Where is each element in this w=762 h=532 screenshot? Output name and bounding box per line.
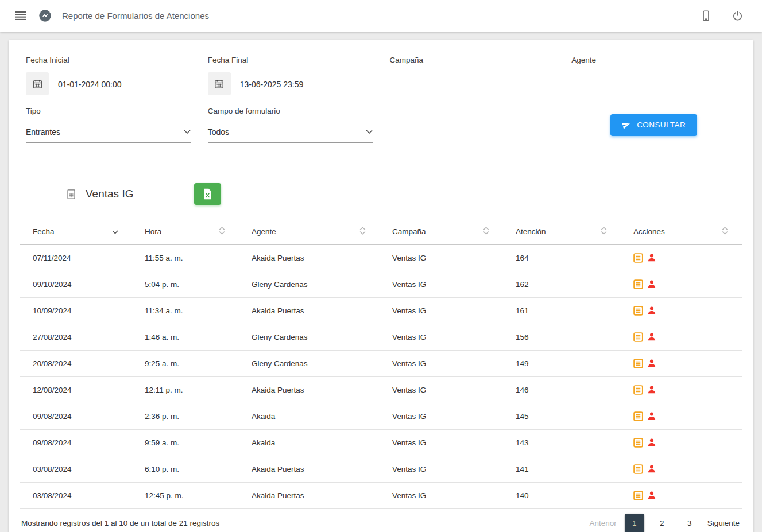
cell-hora: 9:25 a. m. (132, 350, 239, 376)
fecha-inicial-input[interactable] (58, 76, 191, 95)
sort-both-icon (219, 227, 225, 236)
cell-fecha: 09/08/2024 (20, 403, 132, 429)
tipo-label: Tipo (26, 107, 191, 117)
view-form-button[interactable] (633, 464, 643, 474)
campo-formulario-select[interactable]: Todos (208, 122, 373, 143)
report-header: Ventas IG (20, 182, 742, 205)
column-header-fecha[interactable]: Fecha (20, 219, 132, 244)
export-excel-button[interactable] (194, 183, 221, 205)
form-details-icon (633, 279, 643, 289)
cell-acciones (621, 297, 742, 324)
view-contact-button[interactable] (647, 411, 656, 421)
view-contact-button[interactable] (647, 464, 656, 473)
page-title: Reporte de Formularios de Atenciones (62, 11, 209, 21)
report-title: Ventas IG (86, 188, 133, 200)
cell-campana: Ventas IG (380, 244, 503, 271)
consultar-label: CONSULTAR (637, 121, 686, 129)
contact-icon (647, 385, 656, 394)
view-contact-button[interactable] (647, 359, 656, 368)
view-contact-button[interactable] (647, 279, 656, 289)
table-header-row: FechaHoraAgenteCampañaAtenciónAcciones (20, 219, 742, 244)
column-header-agente[interactable]: Agente (239, 219, 380, 244)
cell-fecha: 07/11/2024 (20, 244, 132, 271)
contact-icon (647, 491, 656, 500)
form-details-icon (633, 411, 643, 421)
contact-icon (647, 438, 656, 447)
agente-input[interactable] (571, 72, 736, 95)
view-contact-button[interactable] (647, 306, 656, 315)
view-form-button[interactable] (633, 332, 643, 342)
table-footer: Mostrando registros del 1 al 10 de un to… (20, 509, 742, 532)
results-table: FechaHoraAgenteCampañaAtenciónAcciones 0… (20, 219, 742, 509)
mobile-view-button[interactable] (698, 7, 714, 24)
consultar-button[interactable]: CONSULTAR (610, 114, 697, 136)
table-row: 03/08/2024 6:10 p. m. Akaida Puertas Ven… (20, 456, 742, 482)
agente-label: Agente (571, 56, 736, 65)
view-contact-button[interactable] (647, 253, 656, 262)
fecha-inicial-calendar-button[interactable] (26, 72, 49, 95)
page-button-1[interactable]: 1 (625, 514, 644, 532)
view-form-button[interactable] (633, 438, 643, 448)
column-header-hora[interactable]: Hora (132, 219, 239, 244)
cell-fecha: 09/08/2024 (20, 429, 132, 456)
cell-agente: Gleny Cardenas (239, 271, 380, 297)
chevron-down-icon (184, 130, 191, 134)
column-header-acciones[interactable]: Acciones (621, 219, 742, 244)
calendar-icon (32, 79, 43, 90)
field-fecha-final: Fecha Final (208, 56, 373, 95)
view-form-button[interactable] (633, 279, 643, 289)
cell-agente: Akaida Puertas (239, 244, 380, 271)
chevron-down-icon (366, 130, 373, 134)
field-agente: Agente (571, 56, 736, 95)
cell-campana: Ventas IG (380, 324, 503, 350)
cell-atencion: 149 (503, 350, 621, 376)
cell-atencion: 162 (503, 271, 621, 297)
view-form-button[interactable] (633, 306, 643, 316)
cell-fecha: 09/10/2024 (20, 271, 132, 297)
form-details-icon (633, 253, 643, 263)
form-details-icon (633, 306, 643, 316)
cell-fecha: 27/08/2024 (20, 324, 132, 350)
cell-atencion: 161 (503, 297, 621, 324)
table-row: 10/09/2024 11:34 a. m. Akaida Puertas Ve… (20, 297, 742, 324)
next-page-button[interactable]: Siguiente (707, 519, 740, 527)
column-header-atencion[interactable]: Atención (503, 219, 621, 244)
cell-agente: Akaida Puertas (239, 456, 380, 482)
table-body: 07/11/2024 11:55 a. m. Akaida Puertas Ve… (20, 244, 742, 508)
view-form-button[interactable] (633, 359, 643, 368)
contact-icon (647, 279, 656, 289)
tipo-select[interactable]: Entrantes (26, 122, 191, 143)
campana-input[interactable] (390, 72, 555, 95)
field-campana: Campaña (390, 56, 555, 95)
column-label: Hora (145, 227, 161, 236)
view-form-button[interactable] (633, 491, 643, 500)
previous-page-button[interactable]: Anterior (589, 519, 616, 527)
view-form-button[interactable] (633, 411, 643, 421)
field-fecha-inicial: Fecha Inicial (26, 56, 191, 95)
tipo-selected-value: Entrantes (26, 127, 60, 137)
cell-campana: Ventas IG (380, 403, 503, 429)
page-button-2[interactable]: 2 (652, 514, 672, 532)
table-row: 09/08/2024 2:36 p. m. Akaida Ventas IG 1… (20, 403, 742, 429)
cell-hora: 1:46 a. m. (132, 324, 239, 350)
power-icon (732, 10, 744, 22)
fecha-final-input[interactable] (240, 76, 373, 95)
view-contact-button[interactable] (647, 385, 656, 394)
view-contact-button[interactable] (647, 438, 656, 447)
column-header-campana[interactable]: Campaña (380, 219, 503, 244)
menu-button[interactable] (13, 9, 28, 22)
view-form-button[interactable] (633, 253, 643, 263)
logout-button[interactable] (729, 7, 746, 24)
cell-hora: 12:11 p. m. (132, 376, 239, 403)
view-contact-button[interactable] (647, 332, 656, 341)
cell-campana: Ventas IG (380, 456, 503, 482)
column-label: Campaña (392, 227, 426, 236)
fecha-final-calendar-button[interactable] (208, 72, 231, 95)
view-contact-button[interactable] (647, 491, 656, 500)
page-button-3[interactable]: 3 (680, 514, 699, 532)
cell-hora: 11:34 a. m. (132, 297, 239, 324)
sort-desc-icon (112, 227, 118, 236)
column-label: Atención (516, 227, 546, 236)
view-form-button[interactable] (633, 385, 643, 395)
cell-agente: Gleny Cardenas (239, 350, 380, 376)
